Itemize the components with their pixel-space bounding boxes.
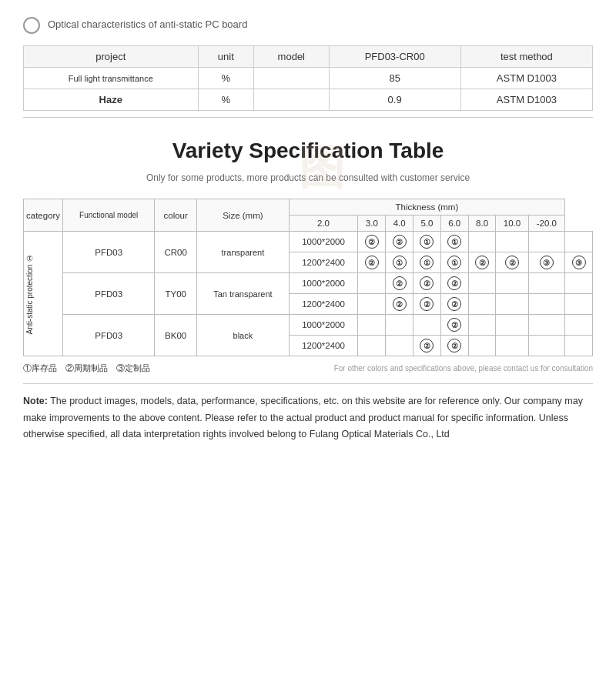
row-thickness-t60 (468, 232, 496, 252)
col-t200: -20.0 (528, 216, 565, 232)
row-thickness-t50: ② (440, 315, 468, 336)
row-size: 1200*2400 (289, 294, 358, 315)
row-thickness-t20 (358, 315, 386, 336)
spec-header-row: category Functional model colour Size (m… (24, 199, 593, 216)
note-text: The product images, models, data, perfor… (23, 396, 583, 439)
row-size: 1000*2000 (289, 273, 358, 294)
row-thickness-t40: ② (413, 294, 441, 315)
footnote-right: For other colors and specifications abov… (334, 364, 593, 373)
row-thickness-t50: ② (440, 336, 468, 356)
row-thickness-t50: ① (440, 232, 468, 252)
row-thickness-t200 (565, 273, 593, 294)
row-thickness-t80: ② (496, 252, 528, 273)
row-thickness-t60: ② (468, 252, 496, 273)
footnote-left: ①库存品 ②周期制品 ③定制品 (23, 363, 150, 374)
row-colour: Tan transparent (197, 273, 290, 315)
row-category: PFD03 (63, 315, 155, 356)
col-t30: 3.0 (358, 216, 386, 232)
row-thickness-t200: ③ (565, 252, 593, 273)
circled-value: ② (420, 339, 434, 353)
row-model (254, 68, 330, 89)
col-category: category (24, 199, 63, 232)
row-thickness-t80 (496, 294, 528, 315)
col-unit: unit (198, 46, 254, 68)
circled-value: ② (365, 235, 379, 249)
row-thickness-t50: ① (440, 252, 468, 273)
optical-table: project unit model PFD03-CR00 test metho… (23, 45, 593, 111)
table-row: PFD03BK00black1000*2000② (24, 315, 593, 336)
circled-value: ③ (572, 256, 586, 269)
row-unit: % (198, 68, 254, 89)
row-value: 0.9 (329, 89, 460, 111)
row-thickness-t200 (565, 294, 593, 315)
circled-value: ② (365, 256, 379, 269)
row-thickness-t30: ② (386, 273, 413, 294)
row-model: CR00 (155, 232, 197, 273)
col-t60: 6.0 (440, 216, 468, 232)
row-thickness-t200 (565, 315, 593, 336)
circled-value: ② (447, 318, 461, 332)
col-t80: 8.0 (468, 216, 496, 232)
circled-value: ② (447, 297, 461, 311)
circled-value: ② (420, 276, 434, 290)
circled-value: ① (420, 235, 434, 249)
circled-value: ② (505, 256, 519, 269)
circled-value: ② (447, 339, 461, 353)
rotated-group-label: Anti-static protection ① (25, 254, 34, 334)
row-thickness-t40: ① (413, 252, 441, 273)
col-t50: 5.0 (413, 216, 441, 232)
row-thickness-t60 (468, 336, 496, 356)
footnote-row: ①库存品 ②周期制品 ③定制品 For other colors and spe… (23, 363, 593, 374)
col-size: Size (mm) (197, 199, 290, 232)
row-size: 1000*2000 (289, 315, 358, 336)
row-thickness-t60 (468, 294, 496, 315)
col-thickness: Thickness (mm) (289, 199, 564, 216)
row-test: ASTM D1003 (460, 68, 592, 89)
circled-value: ② (475, 256, 489, 269)
col-model: model (254, 46, 330, 68)
variety-title: Variety Specification Table (23, 137, 593, 165)
variety-subtitle: Only for some products, more products ca… (23, 172, 593, 183)
row-unit: % (198, 89, 254, 111)
col-test-method: test method (460, 46, 592, 68)
col-project: project (24, 46, 199, 68)
spec-table-wrapper: category Functional model colour Size (m… (23, 199, 593, 356)
row-thickness-t100 (528, 315, 565, 336)
row-value: 85 (329, 68, 460, 89)
table-row: Anti-static protection ①PFD03CR00transpa… (24, 232, 593, 252)
col-t100: 10.0 (496, 216, 528, 232)
col-t40: 4.0 (386, 216, 413, 232)
row-model: TY00 (155, 273, 197, 315)
circled-value: ① (447, 256, 461, 269)
col-functional-model: Functional model (63, 199, 155, 232)
top-title: Optical characteristics of anti-static P… (48, 15, 247, 30)
spec-table: category Functional model colour Size (m… (23, 199, 593, 356)
circled-value: ③ (540, 256, 554, 269)
col-colour: colour (155, 199, 197, 232)
row-project: Full light transmittance (24, 68, 199, 89)
circled-value: ① (420, 256, 434, 269)
row-thickness-t100 (528, 232, 565, 252)
row-thickness-t100: ③ (528, 252, 565, 273)
row-thickness-t200 (565, 232, 593, 252)
row-thickness-t40 (413, 315, 441, 336)
row-thickness-t60 (468, 315, 496, 336)
row-thickness-t30 (386, 315, 413, 336)
circled-value: ② (447, 276, 461, 290)
row-thickness-t40: ② (413, 336, 441, 356)
col-t20: 2.0 (289, 216, 358, 232)
row-thickness-t20 (358, 273, 386, 294)
row-thickness-t20 (358, 336, 386, 356)
row-category: PFD03 (63, 273, 155, 315)
row-category: PFD03 (63, 232, 155, 273)
note-label: Note: (23, 396, 48, 406)
row-project: Haze (24, 89, 199, 111)
row-thickness-t30: ① (386, 252, 413, 273)
row-thickness-t100 (528, 336, 565, 356)
row-test: ASTM D1003 (460, 89, 592, 111)
row-thickness-t50: ② (440, 294, 468, 315)
circle-icon (23, 17, 40, 34)
row-thickness-t20 (358, 294, 386, 315)
note-section: Note: The product images, models, data, … (23, 393, 593, 443)
row-colour: transparent (197, 232, 290, 273)
